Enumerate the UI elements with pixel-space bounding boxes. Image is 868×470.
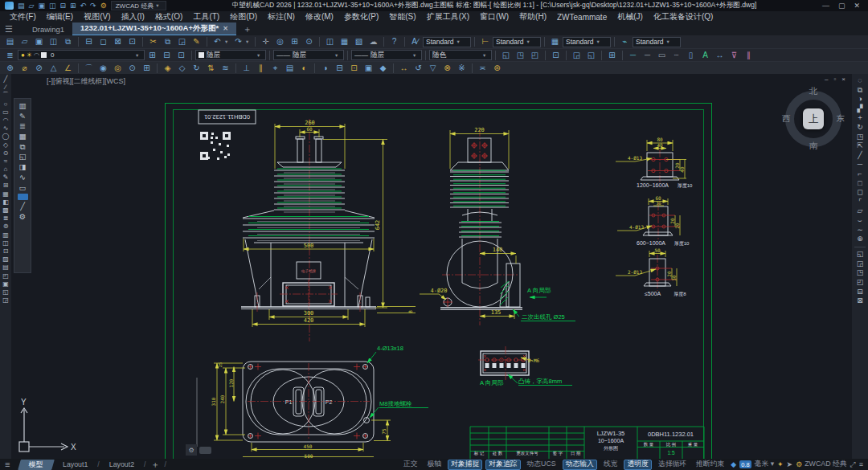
xref-attach-icon[interactable]: ◲ xyxy=(570,50,583,61)
draw-tool-icon[interactable]: ╱ xyxy=(4,76,8,83)
mech-tool-icon[interactable]: ↺ xyxy=(411,63,425,74)
modify-tool-icon[interactable]: ◳ xyxy=(857,133,864,141)
save-icon[interactable]: ▣ xyxy=(38,2,45,10)
layer-manager-icon[interactable]: ≣ xyxy=(3,50,17,61)
tab-layout1[interactable]: Layout1 xyxy=(56,460,94,468)
draw-tool-icon[interactable]: ∿ xyxy=(3,125,9,132)
mech-tool-icon[interactable]: ⊥ xyxy=(240,63,253,74)
layer-isolate-icon[interactable]: ⊟ xyxy=(160,50,174,61)
cloud-icon[interactable]: ☁ xyxy=(366,36,380,47)
toggle-ducs[interactable]: 动态UCS xyxy=(524,460,559,470)
mleader-style-combo[interactable]: Standard▾ xyxy=(633,37,681,47)
table-style-combo[interactable]: Standard▾ xyxy=(563,37,611,47)
compass-east[interactable]: 东 xyxy=(837,113,845,125)
draw-tool-icon[interactable]: ○ xyxy=(4,101,8,108)
compass-top-button[interactable]: 上 xyxy=(803,108,824,129)
new-file-icon[interactable]: ▤ xyxy=(18,2,25,10)
draw-tool-icon[interactable]: ◱ xyxy=(2,289,9,296)
menu-dimension[interactable]: 标注(N) xyxy=(268,11,295,22)
menu-zwteammate[interactable]: ZWTeammate xyxy=(557,13,607,22)
draw-tool-icon[interactable]: ◫ xyxy=(2,240,9,247)
draworder-tool-icon[interactable]: ◰ xyxy=(857,279,864,286)
toggle-polar[interactable]: 极轴 xyxy=(424,460,445,470)
mech-tool-icon[interactable]: ◑ xyxy=(318,63,332,74)
modify-tool-icon[interactable]: ⧉ xyxy=(858,87,862,94)
mech-tool-icon[interactable]: ◉ xyxy=(96,63,110,74)
mech-tool-icon[interactable]: ◎ xyxy=(111,63,125,74)
new-icon[interactable]: ▤ xyxy=(3,36,17,47)
workspace-gear-icon[interactable]: ⚙ xyxy=(100,2,107,10)
draworder-tool-icon[interactable]: ◲ xyxy=(857,260,864,268)
dim-style-combo[interactable]: Standard▾ xyxy=(493,37,541,47)
rect-tool-icon[interactable]: ▭ xyxy=(655,50,669,61)
status-hamburger-icon[interactable]: ≡ xyxy=(859,460,863,468)
box-tool-icon[interactable]: ▯ xyxy=(684,50,698,61)
layout-icon[interactable]: ▧ xyxy=(352,36,366,47)
mech-palette-icon[interactable]: ∿ xyxy=(19,174,26,182)
block-save-icon[interactable]: ◰ xyxy=(528,50,542,61)
mech-tool-icon[interactable]: ≋ xyxy=(219,63,232,74)
menu-help[interactable]: 帮助(H) xyxy=(519,11,547,22)
modify-tool-icon[interactable]: ╱ xyxy=(858,152,862,159)
modify-tool-icon[interactable]: ↻ xyxy=(857,124,863,131)
menu-insert[interactable]: 插入(I) xyxy=(121,11,144,22)
mech-tool-icon[interactable]: ⊘ xyxy=(32,63,46,74)
viewports-icon[interactable]: ◫ xyxy=(323,36,337,47)
toggle-otrack[interactable]: 对象追踪 xyxy=(485,460,520,470)
menu-file[interactable]: 文件(F) xyxy=(10,11,36,22)
new-feature-icon[interactable]: ✦ xyxy=(777,460,784,468)
modify-tool-icon[interactable]: ∼ xyxy=(857,227,863,234)
print-icon[interactable]: ⊟ xyxy=(59,2,66,10)
save-as-icon[interactable]: ◫ xyxy=(49,2,56,10)
menu-window[interactable]: 窗口(W) xyxy=(480,11,509,22)
mech-tool-icon[interactable]: ⌒ xyxy=(82,63,96,74)
draw-tool-icon[interactable]: ⌒ xyxy=(2,92,9,99)
text-tool-icon[interactable]: A xyxy=(698,50,712,61)
draw-tool-icon[interactable]: ≈ xyxy=(4,158,7,165)
draw-tool-icon[interactable]: ⊞ xyxy=(3,182,9,189)
match-properties-icon[interactable]: ✎ xyxy=(190,36,203,47)
mech-palette-icon[interactable]: ✎ xyxy=(19,112,26,121)
draw-tool-icon[interactable]: ◯ xyxy=(2,133,10,140)
modify-tool-icon[interactable]: ─ xyxy=(858,161,862,168)
section-symbol-icon[interactable]: ∥ xyxy=(742,50,755,61)
xref-clip-icon[interactable]: ◱ xyxy=(584,50,598,61)
draw-tool-icon[interactable]: ⊚ xyxy=(3,223,9,230)
draw-tool-icon[interactable]: ◲ xyxy=(2,297,9,304)
compass-south[interactable]: 南 xyxy=(783,141,844,152)
cut-icon[interactable]: ✂ xyxy=(146,36,160,47)
save-as-icon[interactable]: ◫ xyxy=(47,36,60,47)
draw-tool-icon[interactable]: ▣ xyxy=(2,281,9,288)
draw-tool-icon[interactable]: ⊙ xyxy=(3,150,9,157)
menu-draw[interactable]: 绘图(D) xyxy=(230,11,257,22)
zoom-window-icon[interactable]: ⊞ xyxy=(288,36,301,47)
modify-tool-icon[interactable]: □ xyxy=(858,180,862,187)
h-scrollbar[interactable]: ⚙ xyxy=(186,444,211,456)
mech-tool-icon[interactable]: ▤ xyxy=(283,63,297,74)
mech-tool-icon[interactable]: ⌖ xyxy=(268,63,282,74)
layer-previous-icon[interactable]: ⊞ xyxy=(145,50,159,61)
draw-tool-icon[interactable]: ∕ xyxy=(5,84,6,91)
zoom-previous-icon[interactable]: ⊙ xyxy=(302,36,316,47)
mech-tool-icon[interactable]: ⌀ xyxy=(18,63,31,74)
mech-tool-icon[interactable]: ◆ xyxy=(376,63,390,74)
tab-menu-icon[interactable]: ☰ xyxy=(5,24,13,35)
open-icon[interactable]: ▱ xyxy=(18,36,31,47)
new-tab-button[interactable]: ＋ xyxy=(243,23,252,35)
mech-tool-icon[interactable]: ∥ xyxy=(254,63,268,74)
named-views-icon[interactable]: ▦ xyxy=(338,36,351,47)
mech-palette-icon[interactable]: ⧉ xyxy=(20,143,26,151)
mech-tool-icon[interactable]: ⊞ xyxy=(140,63,154,74)
mech-tool-icon[interactable]: △ xyxy=(47,63,60,74)
modify-tool-icon[interactable]: ⌐ xyxy=(858,170,862,178)
close-button[interactable]: ✕ xyxy=(854,2,860,10)
cursor-settings-icon[interactable]: ➤ xyxy=(787,460,793,468)
menu-format[interactable]: 格式(O) xyxy=(155,11,182,22)
text-style-combo[interactable]: Standard▾ xyxy=(423,37,471,47)
doc-window-controls[interactable]: –▫× xyxy=(825,76,851,83)
redo-icon[interactable]: ↷ xyxy=(90,2,96,10)
hidden-line-icon[interactable]: ┄ xyxy=(669,50,683,61)
mech-tool-icon[interactable]: ◈ xyxy=(161,63,174,74)
plotstyle-combo[interactable]: 随色▾ xyxy=(429,50,492,60)
balloon-tool-icon[interactable] xyxy=(18,194,28,200)
